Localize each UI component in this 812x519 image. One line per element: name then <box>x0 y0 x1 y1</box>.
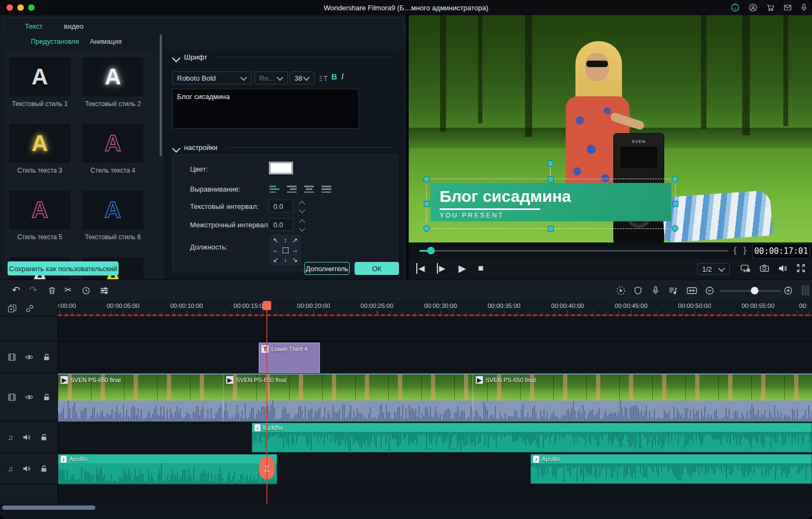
previous-frame-button[interactable]: ◀ <box>416 263 425 274</box>
add-track-icon[interactable] <box>8 304 17 313</box>
snapshot-camera-icon[interactable] <box>759 264 769 273</box>
position-arrow-icon[interactable]: ↗ <box>292 237 298 244</box>
audio-clip-apollo-2[interactable]: ♪Apolllo <box>531 454 812 484</box>
text-preset-card[interactable]: AТекстовый стиль 1 <box>9 57 70 108</box>
track-visibility-eye-icon[interactable] <box>25 353 34 362</box>
advanced-button[interactable]: Дополнитель <box>304 262 350 275</box>
music-track-row-2[interactable]: ♪Apolllo ♪Apolllo ✂ <box>58 454 812 485</box>
selection-handle-se[interactable] <box>672 225 678 232</box>
selection-handle-nw[interactable] <box>423 176 430 182</box>
color-swatch[interactable] <box>269 161 293 175</box>
text-clip-lower-third[interactable]: T Lower Third 4 <box>259 343 320 373</box>
letter-spacing-stepper[interactable] <box>300 202 304 212</box>
record-voiceover-icon[interactable] <box>651 286 660 295</box>
position-arrow-icon[interactable]: → <box>292 247 298 253</box>
track-visibility-eye-icon[interactable] <box>25 393 34 402</box>
track-mute-speaker-icon[interactable] <box>22 433 31 442</box>
video-clip-2[interactable]: ▶SVEN PS-650 final <box>226 376 286 384</box>
empty-track-row[interactable] <box>58 317 812 342</box>
undo-icon[interactable]: ↶ <box>12 285 20 295</box>
bold-button[interactable]: B <box>331 72 337 81</box>
ok-button[interactable]: ОК <box>355 262 399 275</box>
letter-spacing-input[interactable]: 0.0 <box>269 200 293 213</box>
line-spacing-input[interactable]: 0.0 <box>269 218 293 231</box>
timeline-zoom-slider[interactable] <box>720 290 781 292</box>
subtab-animation[interactable]: Анимация <box>90 38 122 45</box>
track-size-icon[interactable] <box>802 285 809 295</box>
text-content-input[interactable]: Блог сисадмина <box>172 89 359 129</box>
step-forward-button[interactable]: ▶ <box>437 263 446 274</box>
line-spacing-stepper[interactable] <box>300 220 304 231</box>
selection-handle-w[interactable] <box>424 201 430 207</box>
mark-in-icon[interactable]: { <box>734 245 737 256</box>
microphone-icon[interactable] <box>800 3 808 12</box>
preview-zoom-select[interactable]: 1/2 <box>697 263 730 275</box>
text-preset-card[interactable]: AТекстовый стиль 6 <box>82 190 143 241</box>
selection-handle-e[interactable] <box>672 201 678 207</box>
text-track-row[interactable]: T Lower Third 4 <box>58 342 812 373</box>
zoom-out-icon[interactable] <box>705 286 714 295</box>
fullscreen-icon[interactable] <box>796 264 806 273</box>
position-arrow-icon[interactable]: ← <box>272 247 279 253</box>
text-preset-card[interactable]: AСтиль текста 4 <box>82 124 143 174</box>
track-lock-icon[interactable] <box>40 433 48 442</box>
mark-out-icon[interactable]: } <box>743 245 746 256</box>
font-style-select[interactable]: Re... <box>254 71 288 84</box>
timeline-hscroll-thumb[interactable] <box>2 505 95 510</box>
display-settings-icon[interactable] <box>740 264 751 273</box>
fit-timeline-icon[interactable] <box>686 286 697 295</box>
position-arrow-icon[interactable]: ↙ <box>273 257 278 263</box>
playhead-line[interactable] <box>266 301 267 511</box>
position-pad[interactable]: ↖↑↗←→↙↓↘ <box>270 234 301 266</box>
align-right-icon[interactable] <box>304 186 314 193</box>
text-preset-card[interactable]: AСтиль текста 3 <box>9 124 70 174</box>
timeline-zoom-handle[interactable] <box>751 287 758 294</box>
cut-icon[interactable]: ✂ <box>64 285 71 295</box>
save-as-custom-button[interactable]: Сохранить как пользовательский <box>8 261 119 275</box>
text-preset-card[interactable]: AСтиль текста 5 <box>9 190 70 241</box>
video-track-row[interactable]: ▶SVEN PS-650 final ▶SVEN PS-650 final ▶S… <box>58 373 812 422</box>
cart-icon[interactable] <box>766 3 775 12</box>
audio-clip-apollo-1[interactable]: ♪Apolllo <box>58 454 277 484</box>
tab-video[interactable]: видео <box>64 22 83 30</box>
playhead-handle[interactable] <box>263 301 271 310</box>
tab-text[interactable]: Текст <box>25 22 43 30</box>
font-size-select[interactable]: 38 <box>290 71 315 84</box>
audio-mixer-icon[interactable] <box>669 286 678 295</box>
stop-button[interactable]: ■ <box>478 263 483 274</box>
align-left-icon[interactable] <box>270 186 279 193</box>
zoom-in-icon[interactable] <box>784 286 793 295</box>
selection-handle-s[interactable] <box>548 226 554 232</box>
track-lock-icon[interactable] <box>42 353 51 362</box>
position-arrow-icon[interactable]: ↖ <box>273 237 278 244</box>
preview-viewport[interactable]: SVEN Блог сисадмина YOU PRESENT <box>409 15 812 242</box>
selection-handle-n[interactable] <box>548 176 554 182</box>
delete-icon[interactable] <box>48 286 56 295</box>
settings-section-collapse-icon[interactable] <box>173 146 179 152</box>
marker-shield-icon[interactable] <box>634 286 642 295</box>
empty-bottom-row[interactable] <box>58 484 812 504</box>
duration-clock-icon[interactable] <box>82 286 90 295</box>
account-icon[interactable] <box>749 3 757 12</box>
track-lock-icon[interactable] <box>40 464 48 473</box>
volume-icon[interactable] <box>778 264 788 273</box>
rotation-handle[interactable] <box>547 160 554 167</box>
selection-handle-sw[interactable] <box>423 225 430 232</box>
mail-icon[interactable] <box>783 3 792 12</box>
font-family-select[interactable]: Roboto Bold <box>172 71 252 84</box>
position-center-icon[interactable] <box>283 247 289 253</box>
text-style-icon[interactable] <box>319 74 328 82</box>
text-preset-card[interactable]: AТекстовый стиль 2 <box>82 57 143 108</box>
video-clip-1[interactable]: ▶SVEN PS-650 final <box>61 376 121 384</box>
video-clip-3[interactable]: ▶SVEN PS-650 final <box>476 376 536 384</box>
position-arrow-icon[interactable]: ↑ <box>284 237 287 244</box>
selection-handle-ne[interactable] <box>672 176 678 182</box>
music-track-row-1[interactable]: ♪buddha <box>58 422 812 454</box>
scrubber-track[interactable] <box>420 250 728 252</box>
track-lock-icon[interactable] <box>42 393 51 402</box>
track-mute-speaker-icon[interactable] <box>22 464 31 473</box>
position-arrow-icon[interactable]: ↘ <box>292 257 298 263</box>
redo-icon[interactable]: ↷ <box>29 285 37 295</box>
italic-button[interactable]: I <box>341 72 344 81</box>
subtab-presets[interactable]: Предустановле <box>31 38 79 45</box>
